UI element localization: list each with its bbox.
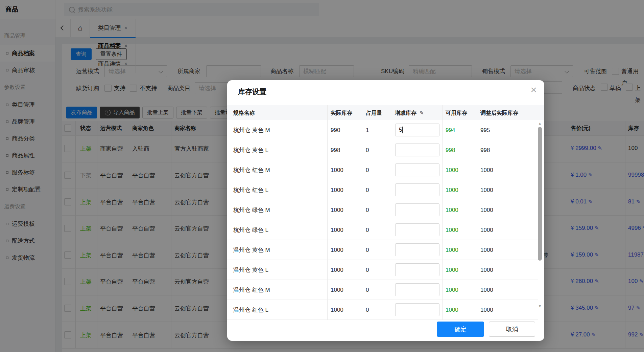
adjusted-stock-cell: 1000 xyxy=(480,200,493,220)
modal-title: 库存设置 xyxy=(238,87,266,96)
delta-stock-input[interactable] xyxy=(395,263,439,276)
spec-name-cell: 温州仓 黄色 L xyxy=(233,260,268,280)
spec-name-cell: 温州仓 黄色 M xyxy=(233,240,270,260)
scrollbar-down-icon[interactable]: ▼ xyxy=(538,305,542,308)
delta-stock-input[interactable] xyxy=(395,203,439,216)
col-adjusted-stock: 调整后实际库存 xyxy=(480,105,518,120)
spec-name-cell: 温州仓 红色 L xyxy=(233,300,268,320)
modal-table-row: 杭州仓 黄色 M99015994995 xyxy=(227,120,538,140)
delta-stock-input[interactable] xyxy=(395,243,439,256)
delta-value: 5 xyxy=(399,127,402,133)
available-stock-cell: 1000 xyxy=(446,260,458,280)
occupied-cell: 0 xyxy=(366,300,369,320)
occupied-cell: 0 xyxy=(366,160,369,180)
spec-name-cell: 温州仓 红色 M xyxy=(233,280,270,300)
modal-table-row: 温州仓 黄色 M1000010001000 xyxy=(227,240,538,260)
adjusted-stock-cell: 998 xyxy=(480,140,490,160)
occupied-cell: 1 xyxy=(366,120,369,140)
available-stock-cell: 998 xyxy=(446,140,455,160)
occupied-cell: 0 xyxy=(366,280,369,300)
spec-name-cell: 杭州仓 绿色 L xyxy=(233,220,268,240)
delta-stock-input[interactable] xyxy=(395,303,439,316)
modal-table-row: 温州仓 红色 M1000010001000 xyxy=(227,280,538,300)
modal-table-row: 杭州仓 绿色 M1000010001000 xyxy=(227,200,538,220)
modal-table-row: 杭州仓 红色 M1000010001000 xyxy=(227,160,538,180)
spec-name-cell: 杭州仓 黄色 L xyxy=(233,140,268,160)
spec-name-cell: 杭州仓 黄色 M xyxy=(233,120,270,140)
adjusted-stock-cell: 995 xyxy=(480,120,490,140)
available-stock-cell: 1000 xyxy=(446,220,458,240)
adjusted-stock-cell: 1000 xyxy=(480,180,493,200)
actual-stock-cell: 1000 xyxy=(331,280,343,300)
actual-stock-cell: 1000 xyxy=(331,200,343,220)
text-cursor xyxy=(402,127,403,133)
app-window: 商品 搜索系统功能 商品管理商品档案商品审核参数设置类目管理品牌管理商品分类商品… xyxy=(0,0,644,352)
spec-name-cell: 杭州仓 红色 M xyxy=(233,160,270,180)
modal-table-row: 杭州仓 红色 L1000010001000 xyxy=(227,180,538,200)
available-stock-cell: 1000 xyxy=(446,200,458,220)
actual-stock-cell: 1000 xyxy=(331,160,343,180)
available-stock-cell: 1000 xyxy=(446,300,458,320)
col-delta-stock: 增减库存 ✎ xyxy=(395,105,424,120)
delta-stock-input[interactable] xyxy=(395,144,439,156)
col-spec-name: 规格名称 xyxy=(233,105,255,120)
delta-stock-input[interactable] xyxy=(395,183,439,196)
inventory-settings-modal: 库存设置 × 规格名称 实际库存 占用量 增减库存 ✎ 可用库存 调整后实际库存… xyxy=(227,80,544,341)
actual-stock-cell: 1000 xyxy=(331,180,343,200)
spec-name-cell: 杭州仓 绿色 M xyxy=(233,200,270,220)
modal-table-header: 规格名称 实际库存 占用量 增减库存 ✎ 可用库存 调整后实际库存 xyxy=(227,105,544,120)
adjusted-stock-cell: 1000 xyxy=(480,260,493,280)
col-occupied: 占用量 xyxy=(366,105,382,120)
actual-stock-cell: 1000 xyxy=(331,240,343,260)
modal-table-row: 杭州仓 黄色 L9980998998 xyxy=(227,140,538,160)
occupied-cell: 0 xyxy=(366,200,369,220)
actual-stock-cell: 1000 xyxy=(331,300,343,320)
available-stock-cell: 1000 xyxy=(446,160,458,180)
occupied-cell: 0 xyxy=(366,240,369,260)
delta-stock-input[interactable] xyxy=(395,163,439,176)
actual-stock-cell: 998 xyxy=(331,140,340,160)
cancel-button[interactable]: 取消 xyxy=(489,322,535,337)
available-stock-cell: 1000 xyxy=(446,280,458,300)
occupied-cell: 0 xyxy=(366,260,369,280)
available-stock-cell: 994 xyxy=(446,120,455,140)
col-actual-stock: 实际库存 xyxy=(331,105,352,120)
col-available-stock: 可用库存 xyxy=(446,105,467,120)
edit-pencil-icon[interactable]: ✎ xyxy=(420,110,424,116)
actual-stock-cell: 990 xyxy=(331,120,340,140)
available-stock-cell: 1000 xyxy=(446,180,458,200)
delta-stock-input[interactable] xyxy=(395,223,439,236)
adjusted-stock-cell: 1000 xyxy=(480,240,493,260)
occupied-cell: 0 xyxy=(366,140,369,160)
modal-table-row: 杭州仓 绿色 L1000010001000 xyxy=(227,220,538,240)
adjusted-stock-cell: 1000 xyxy=(480,300,493,320)
available-stock-cell: 1000 xyxy=(446,240,458,260)
modal-table-row: 温州仓 红色 L1000010001000 xyxy=(227,300,538,320)
actual-stock-cell: 1000 xyxy=(331,260,343,280)
actual-stock-cell: 1000 xyxy=(331,220,343,240)
modal-table-row: 温州仓 黄色 L1000010001000 xyxy=(227,260,538,280)
occupied-cell: 0 xyxy=(366,180,369,200)
adjusted-stock-cell: 1000 xyxy=(480,220,493,240)
occupied-cell: 0 xyxy=(366,220,369,240)
delta-stock-input[interactable]: 5 xyxy=(395,124,439,136)
confirm-button[interactable]: 确定 xyxy=(437,322,484,337)
adjusted-stock-cell: 1000 xyxy=(480,160,493,180)
modal-scrollbar-thumb[interactable] xyxy=(538,127,542,261)
spec-name-cell: 杭州仓 红色 L xyxy=(233,180,268,200)
close-icon[interactable]: × xyxy=(530,84,537,95)
adjusted-stock-cell: 1000 xyxy=(480,280,493,300)
scrollbar-up-icon[interactable]: ▲ xyxy=(538,122,542,125)
delta-stock-input[interactable] xyxy=(395,283,439,296)
